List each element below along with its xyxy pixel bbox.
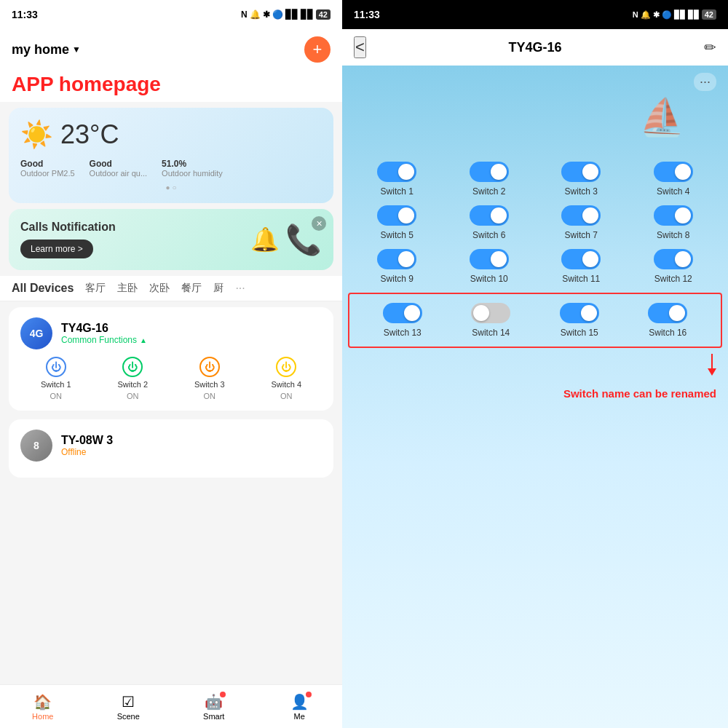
weather-stat-pm25: Good Outdoor PM2.5 [20,159,75,178]
me-nav-label: Me [294,712,305,721]
switch-cell-10[interactable]: Switch 10 [446,249,533,284]
switch-label-14: Switch 14 [472,328,510,338]
boat-icon: ⛵ [639,96,684,138]
toggle-11[interactable] [561,249,601,269]
switch-cell-2[interactable]: Switch 2 [446,162,533,197]
tab-second-bedroom[interactable]: 次卧 [149,282,170,295]
toggle-knob-14 [473,305,489,321]
toggle-knob-10 [491,251,507,267]
more-options-button[interactable]: ··· [694,73,716,91]
ty4g16-switch-4[interactable]: ⏻ Switch 4 ON [251,357,323,400]
toggle-2[interactable] [470,162,509,182]
add-device-button[interactable]: + [304,36,331,63]
tab-all-devices[interactable]: All Devices [12,282,74,295]
switch-cell-7[interactable]: Switch 7 [538,205,625,240]
ty4g16-switch-1[interactable]: ⏻ Switch 1 ON [20,357,92,400]
device-tabs: All Devices 客厅 主卧 次卧 餐厅 厨 ··· [0,276,342,301]
weather-temperature: 23°C [60,119,119,150]
weather-stat-humidity: 51.0% Outdoor humidity [162,159,223,178]
toggle-knob-11 [582,251,598,267]
toggle-9[interactable] [377,249,416,269]
power-icon-4: ⏻ [276,357,296,377]
switch-cell-6[interactable]: Switch 6 [446,205,533,240]
switch-label-6: Switch 6 [472,230,505,240]
switch-cell-15[interactable]: Switch 15 [538,303,621,338]
switch-label-2: Switch 2 [472,186,505,197]
learn-more-button[interactable]: Learn more > [20,240,93,258]
left-status-icons: N 🔔 ✱ 🔵 ▊▊ ▊▊ 42 [241,9,331,20]
toggle-13[interactable] [383,303,422,323]
nav-home[interactable]: 🏠 Home [0,685,86,728]
tab-living-room[interactable]: 客厅 [85,282,106,295]
home-header: my home ▼ + [0,29,342,67]
switch-label-11: Switch 11 [562,274,600,284]
right-status-bar: 11:33 N 🔔 ✱ 🔵 ▊▊ ▊▊ 42 [342,0,728,29]
ty4g16-switch-2[interactable]: ⏻ Switch 2 ON [98,357,169,400]
toggle-knob-9 [398,251,414,267]
device-name-ty4g16: TY4G-16 [61,322,147,335]
toggle-knob-1 [398,164,414,180]
smart-nav-label: Smart [203,712,224,721]
weather-stats: Good Outdoor PM2.5 Good Outdoor air qu..… [20,159,322,178]
toggle-knob-16 [669,305,685,321]
device-status-ty4g16[interactable]: Common Functions ▲ [61,335,147,345]
device-detail-title: TY4G-16 [508,40,561,55]
switch-cell-12[interactable]: Switch 12 [630,249,717,284]
switch-label-1: Switch 1 [381,186,414,197]
nav-smart[interactable]: 🤖 Smart [171,685,257,728]
tab-dining[interactable]: 餐厅 [181,282,202,295]
weather-card: ☀️ 23°C Good Outdoor PM2.5 Good Outdoor … [9,108,333,203]
switch-cell-1[interactable]: Switch 1 [354,162,440,197]
notif-icons: 🔔 📞 [250,223,322,257]
close-notification-button[interactable]: ✕ [312,216,326,231]
me-badge-container: 👤 [290,693,309,711]
more-tabs-button[interactable]: ··· [235,282,245,295]
toggle-14[interactable] [471,303,510,323]
toggle-10[interactable] [470,249,509,269]
scene-nav-label: Scene [117,712,140,721]
nav-me[interactable]: 👤 Me [257,685,343,728]
switch-cell-5[interactable]: Switch 5 [354,205,440,240]
toggle-5[interactable] [377,205,416,226]
toggle-6[interactable] [470,205,509,226]
switch-cell-3[interactable]: Switch 3 [538,162,625,197]
switch-cell-9[interactable]: Switch 9 [354,249,440,284]
back-button[interactable]: < [354,36,366,58]
nav-scene[interactable]: ☑ Scene [86,685,172,728]
left-time: 11:33 [12,9,38,20]
ty4g16-switch-3[interactable]: ⏻ Switch 3 ON [174,357,245,400]
tab-kitchen[interactable]: 厨 [213,282,223,295]
home-nav-label: Home [32,712,53,721]
switch-label-15: Switch 15 [561,328,598,338]
home-nav-icon: 🏠 [33,693,52,711]
power-icon-1: ⏻ [46,357,66,377]
toggle-8[interactable] [654,205,693,226]
switch-cell-11[interactable]: Switch 11 [538,249,625,284]
home-title-area[interactable]: my home ▼ [12,42,81,58]
switches-grid-bottom: Switch 13Switch 14Switch 15Switch 16 [349,294,721,347]
home-title-text: my home [12,42,69,58]
edit-button[interactable]: ✏ [704,39,716,56]
toggle-12[interactable] [654,249,693,269]
device-info-ty08w3: TY-08W 3 Offline [61,434,113,457]
toggle-7[interactable] [561,205,601,226]
switch-cell-16[interactable]: Switch 16 [627,303,710,338]
switch-label-16: Switch 16 [649,328,687,338]
switch-label-12: Switch 12 [654,274,692,284]
toggle-15[interactable] [560,303,599,323]
switch-cell-13[interactable]: Switch 13 [361,303,444,338]
tab-master-bedroom[interactable]: 主卧 [117,282,138,295]
toggle-16[interactable] [648,303,687,323]
toggle-3[interactable] [561,162,601,182]
switch-cell-14[interactable]: Switch 14 [450,303,533,338]
switch-cell-4[interactable]: Switch 4 [630,162,717,197]
toggle-knob-5 [398,207,414,223]
device-info-ty4g16: TY4G-16 Common Functions ▲ [61,322,147,345]
switch-cell-8[interactable]: Switch 8 [630,205,717,240]
toggle-4[interactable] [654,162,693,182]
switch-label-9: Switch 9 [381,274,414,284]
device-avatar-ty4g16: 4G [20,317,52,349]
bell-icon: 🔔 [250,226,280,253]
home-dropdown-icon: ▼ [72,44,81,55]
toggle-1[interactable] [377,162,416,182]
